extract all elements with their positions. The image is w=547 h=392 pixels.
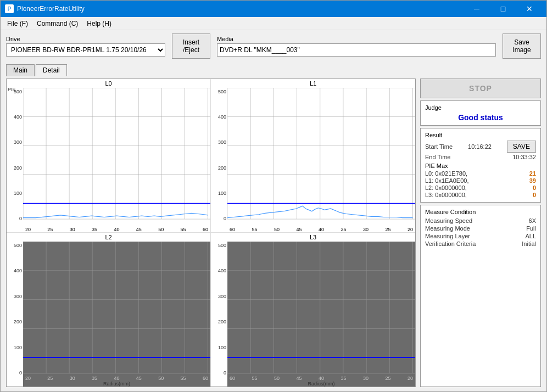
drive-label: Drive <box>6 36 165 42</box>
result-end-time-row: End Time 10:33:32 <box>425 154 536 160</box>
chart-L2: L2 500 400 300 200 100 0 <box>7 233 211 387</box>
toolbar: Drive PIONEER BD-RW BDR-PR1ML 1.75 20/10… <box>1 30 546 62</box>
chart-L3-xaxis: 60 55 50 45 40 35 30 25 20 Radius(mm) <box>227 376 415 387</box>
measure-rows: Measuring Speed6XMeasuring ModeFullMeasu… <box>425 217 536 247</box>
chart-L3: L3 500 400 300 200 100 0 <box>211 233 415 387</box>
minimize-button[interactable]: ─ <box>464 1 489 17</box>
media-value: DVD+R DL "MKM____003" <box>217 43 496 57</box>
chart-L3-yaxis: 500 400 300 200 100 0 <box>211 242 227 387</box>
result-box: Result Start Time 10:16:22 SAVE End Time… <box>420 128 541 203</box>
start-time-label: Start Time <box>425 143 453 150</box>
chart-L3-title: L3 <box>211 233 415 242</box>
charts-area: L0 PIE 500 400 300 200 100 0 <box>6 79 416 387</box>
media-section: Media DVD+R DL "MKM____003" <box>217 36 496 57</box>
stop-button[interactable]: STOP <box>420 79 541 98</box>
chart-L2-svg <box>23 242 210 387</box>
drive-select: PIONEER BD-RW BDR-PR1ML 1.75 20/10/26 <box>6 43 165 57</box>
end-time-value: 10:33:32 <box>512 154 536 160</box>
close-button[interactable]: ✕ <box>517 1 542 17</box>
measure-row: Verification CriteriaInitial <box>425 240 536 247</box>
menu-file[interactable]: File (F) <box>3 19 32 29</box>
chart-L2-inner: 20 25 30 35 40 45 50 55 60 Radius(mm) <box>23 242 210 387</box>
tab-detail[interactable]: Detail <box>36 64 67 76</box>
chart-L0-yaxis: 500 400 300 200 100 0 <box>7 88 23 232</box>
chart-L3-inner: 60 55 50 45 40 35 30 25 20 Radius(mm) <box>227 242 415 387</box>
chart-L1-svg <box>227 88 415 232</box>
window-title: PioneerErrorRateUtility <box>17 5 85 13</box>
menu-help[interactable]: Help (H) <box>82 19 116 29</box>
chart-L2-title: L2 <box>7 233 210 242</box>
menu-command[interactable]: Command (C) <box>32 19 82 29</box>
chart-L1-yaxis: 500 400 300 200 100 0 <box>211 88 227 232</box>
main-content: L0 PIE 500 400 300 200 100 0 <box>1 76 546 391</box>
insert-eject-button[interactable]: Insert /Eject <box>172 33 210 59</box>
chart-L2-yaxis: 500 400 300 200 100 0 <box>7 242 23 387</box>
save-image-button[interactable]: Save Image <box>503 33 541 59</box>
drive-section: Drive PIONEER BD-RW BDR-PR1ML 1.75 20/10… <box>6 36 165 57</box>
pie-max-row: L0: 0x021E780,21 <box>425 170 536 177</box>
measure-row: Measuring LayerALL <box>425 233 536 239</box>
right-panel: STOP Judge Good status Result Start Time… <box>420 79 541 387</box>
end-time-label: End Time <box>425 154 450 160</box>
chart-L0: L0 PIE 500 400 300 200 100 0 <box>7 79 211 233</box>
chart-L0-inner: 20 25 30 35 40 45 50 55 60 <box>23 88 210 232</box>
measure-title: Measure Condition <box>425 209 536 215</box>
app-icon: P <box>5 4 14 13</box>
chart-L2-xlabel: Radius(mm) <box>103 381 130 387</box>
chart-L0-title: L0 <box>7 79 210 88</box>
tab-main[interactable]: Main <box>6 64 35 76</box>
pie-max-section: PIE Max L0: 0x021E780,21L1: 0x1EA0E00,39… <box>425 163 536 198</box>
pie-label-L0: PIE <box>8 87 16 92</box>
pie-max-rows: L0: 0x021E780,21L1: 0x1EA0E00,39L2: 0x00… <box>425 170 536 198</box>
title-bar: P PioneerErrorRateUtility ─ □ ✕ <box>1 1 546 17</box>
measure-row: Measuring Speed6X <box>425 217 536 224</box>
menu-bar: File (F) Command (C) Help (H) <box>1 17 546 30</box>
chart-L1-inner: 60 55 50 45 40 35 30 25 20 <box>227 88 415 232</box>
pie-max-row: L3: 0x0000000,0 <box>425 192 536 198</box>
drive-dropdown[interactable]: PIONEER BD-RW BDR-PR1ML 1.75 20/10/26 <box>6 43 165 57</box>
chart-L2-body: 500 400 300 200 100 0 <box>7 242 210 387</box>
pie-max-label: PIE Max <box>425 163 536 169</box>
chart-L3-body: 500 400 300 200 100 0 <box>211 242 415 387</box>
chart-L3-svg <box>227 242 415 387</box>
measure-row: Measuring ModeFull <box>425 225 536 232</box>
pie-max-row: L1: 0x1EA0E00,39 <box>425 177 536 184</box>
title-bar-left: P PioneerErrorRateUtility <box>5 4 85 13</box>
chart-L1-xaxis: 60 55 50 45 40 35 30 25 20 <box>227 221 415 232</box>
save-result-button[interactable]: SAVE <box>507 141 536 153</box>
start-time-value: 10:16:22 <box>468 143 492 150</box>
chart-L1: L1 500 400 300 200 100 0 <box>211 79 415 233</box>
chart-L0-svg <box>23 88 210 232</box>
title-bar-controls: ─ □ ✕ <box>464 1 542 17</box>
media-label: Media <box>217 36 496 42</box>
result-start-time-row: Start Time 10:16:22 SAVE <box>425 141 536 153</box>
chart-L0-body: 500 400 300 200 100 0 <box>7 88 210 232</box>
chart-L1-body: 500 400 300 200 100 0 <box>211 88 415 232</box>
pie-max-row: L2: 0x0000000,0 <box>425 184 536 191</box>
judge-box: Judge Good status <box>420 100 541 126</box>
chart-L0-xaxis: 20 25 30 35 40 45 50 55 60 <box>23 221 210 232</box>
chart-L1-title: L1 <box>211 79 415 88</box>
maximize-button[interactable]: □ <box>490 1 516 17</box>
chart-L3-xlabel: Radius(mm) <box>308 381 334 387</box>
chart-L2-xaxis: 20 25 30 35 40 45 50 55 60 Radius(mm) <box>23 376 210 387</box>
result-title: Result <box>425 132 536 138</box>
tabs: Main Detail <box>1 62 546 76</box>
main-window: P PioneerErrorRateUtility ─ □ ✕ File (F)… <box>0 0 547 392</box>
judge-title: Judge <box>425 104 536 111</box>
measure-box: Measure Condition Measuring Speed6XMeasu… <box>420 205 541 387</box>
judge-status: Good status <box>425 113 536 122</box>
